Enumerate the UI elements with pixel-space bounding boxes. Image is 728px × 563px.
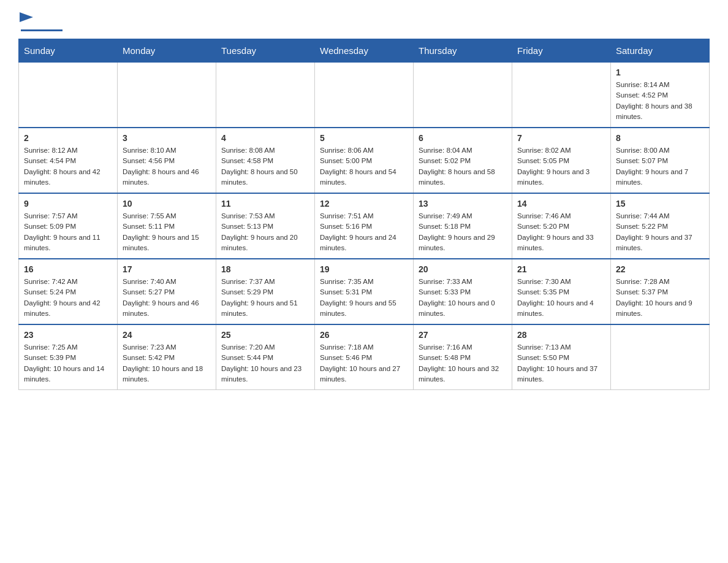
day-number: 21 [517, 264, 605, 274]
calendar-cell: 10Sunrise: 7:55 AM Sunset: 5:11 PM Dayli… [118, 193, 216, 259]
day-number: 19 [320, 264, 408, 274]
calendar-cell: 3Sunrise: 8:10 AM Sunset: 4:56 PM Daylig… [118, 128, 216, 193]
calendar-week-row: 2Sunrise: 8:12 AM Sunset: 4:54 PM Daylig… [19, 128, 710, 193]
day-info: Sunrise: 7:30 AM Sunset: 5:35 PM Dayligh… [517, 277, 605, 319]
day-info: Sunrise: 7:20 AM Sunset: 5:44 PM Dayligh… [221, 342, 309, 385]
day-number: 11 [221, 199, 309, 209]
day-number: 20 [419, 264, 507, 274]
day-info: Sunrise: 7:40 AM Sunset: 5:27 PM Dayligh… [123, 277, 211, 319]
weekday-header-monday: Monday [118, 39, 216, 63]
calendar-cell: 1Sunrise: 8:14 AM Sunset: 4:52 PM Daylig… [611, 63, 710, 128]
calendar-cell: 16Sunrise: 7:42 AM Sunset: 5:24 PM Dayli… [19, 259, 118, 324]
calendar-cell: 22Sunrise: 7:28 AM Sunset: 5:37 PM Dayli… [611, 259, 710, 324]
calendar-cell: 18Sunrise: 7:37 AM Sunset: 5:29 PM Dayli… [216, 259, 315, 324]
calendar-cell: 4Sunrise: 8:08 AM Sunset: 4:58 PM Daylig… [216, 128, 315, 193]
day-info: Sunrise: 8:10 AM Sunset: 4:56 PM Dayligh… [123, 145, 211, 188]
weekday-header-sunday: Sunday [19, 39, 118, 63]
day-info: Sunrise: 7:49 AM Sunset: 5:18 PM Dayligh… [419, 211, 507, 253]
day-number: 15 [616, 199, 704, 209]
day-number: 1 [616, 67, 704, 77]
calendar-cell [19, 63, 118, 128]
day-number: 23 [24, 330, 112, 340]
day-info: Sunrise: 7:23 AM Sunset: 5:42 PM Dayligh… [123, 342, 211, 385]
day-info: Sunrise: 8:06 AM Sunset: 5:00 PM Dayligh… [320, 145, 408, 188]
logo [18, 12, 63, 33]
weekday-header-wednesday: Wednesday [315, 39, 414, 63]
calendar-header-row: SundayMondayTuesdayWednesdayThursdayFrid… [19, 39, 710, 63]
day-number: 27 [419, 330, 507, 340]
calendar-cell [315, 63, 414, 128]
calendar-cell: 26Sunrise: 7:18 AM Sunset: 5:46 PM Dayli… [315, 324, 414, 390]
day-info: Sunrise: 7:44 AM Sunset: 5:22 PM Dayligh… [616, 211, 704, 253]
calendar-week-row: 9Sunrise: 7:57 AM Sunset: 5:09 PM Daylig… [19, 193, 710, 259]
calendar-cell: 23Sunrise: 7:25 AM Sunset: 5:39 PM Dayli… [19, 324, 118, 390]
weekday-header-thursday: Thursday [414, 39, 512, 63]
calendar-cell [611, 324, 710, 390]
day-info: Sunrise: 7:46 AM Sunset: 5:20 PM Dayligh… [517, 211, 605, 253]
calendar-cell [512, 63, 611, 128]
calendar-cell: 20Sunrise: 7:33 AM Sunset: 5:33 PM Dayli… [414, 259, 512, 324]
calendar-week-row: 1Sunrise: 8:14 AM Sunset: 4:52 PM Daylig… [19, 63, 710, 128]
day-info: Sunrise: 7:37 AM Sunset: 5:29 PM Dayligh… [221, 277, 309, 319]
calendar-cell: 28Sunrise: 7:13 AM Sunset: 5:50 PM Dayli… [512, 324, 611, 390]
page-header [18, 12, 710, 33]
day-number: 8 [616, 133, 704, 143]
day-number: 22 [616, 264, 704, 274]
calendar-cell [118, 63, 216, 128]
day-number: 7 [517, 133, 605, 143]
day-info: Sunrise: 7:57 AM Sunset: 5:09 PM Dayligh… [24, 211, 112, 253]
day-number: 14 [517, 199, 605, 209]
day-info: Sunrise: 7:55 AM Sunset: 5:11 PM Dayligh… [123, 211, 211, 253]
day-number: 12 [320, 199, 408, 209]
weekday-header-friday: Friday [512, 39, 611, 63]
calendar-cell: 12Sunrise: 7:51 AM Sunset: 5:16 PM Dayli… [315, 193, 414, 259]
day-number: 28 [517, 330, 605, 340]
calendar-cell: 17Sunrise: 7:40 AM Sunset: 5:27 PM Dayli… [118, 259, 216, 324]
calendar-cell: 9Sunrise: 7:57 AM Sunset: 5:09 PM Daylig… [19, 193, 118, 259]
calendar-cell: 24Sunrise: 7:23 AM Sunset: 5:42 PM Dayli… [118, 324, 216, 390]
day-number: 26 [320, 330, 408, 340]
calendar-cell: 25Sunrise: 7:20 AM Sunset: 5:44 PM Dayli… [216, 324, 315, 390]
calendar-cell [216, 63, 315, 128]
day-info: Sunrise: 8:02 AM Sunset: 5:05 PM Dayligh… [517, 145, 605, 188]
calendar-week-row: 16Sunrise: 7:42 AM Sunset: 5:24 PM Dayli… [19, 259, 710, 324]
day-info: Sunrise: 7:51 AM Sunset: 5:16 PM Dayligh… [320, 211, 408, 253]
day-number: 5 [320, 133, 408, 143]
day-number: 9 [24, 199, 112, 209]
day-info: Sunrise: 8:00 AM Sunset: 5:07 PM Dayligh… [616, 145, 704, 188]
day-info: Sunrise: 7:25 AM Sunset: 5:39 PM Dayligh… [24, 342, 112, 385]
day-info: Sunrise: 7:13 AM Sunset: 5:50 PM Dayligh… [517, 342, 605, 385]
calendar-cell: 11Sunrise: 7:53 AM Sunset: 5:13 PM Dayli… [216, 193, 315, 259]
day-number: 13 [419, 199, 507, 209]
day-info: Sunrise: 8:08 AM Sunset: 4:58 PM Dayligh… [221, 145, 309, 188]
day-number: 25 [221, 330, 309, 340]
day-number: 18 [221, 264, 309, 274]
day-info: Sunrise: 7:18 AM Sunset: 5:46 PM Dayligh… [320, 342, 408, 385]
day-number: 24 [123, 330, 211, 340]
day-info: Sunrise: 7:28 AM Sunset: 5:37 PM Dayligh… [616, 277, 704, 319]
calendar-cell: 14Sunrise: 7:46 AM Sunset: 5:20 PM Dayli… [512, 193, 611, 259]
svg-marker-0 [20, 12, 33, 22]
day-info: Sunrise: 7:42 AM Sunset: 5:24 PM Dayligh… [24, 277, 112, 319]
day-info: Sunrise: 7:53 AM Sunset: 5:13 PM Dayligh… [221, 211, 309, 253]
calendar-cell: 21Sunrise: 7:30 AM Sunset: 5:35 PM Dayli… [512, 259, 611, 324]
calendar-cell: 7Sunrise: 8:02 AM Sunset: 5:05 PM Daylig… [512, 128, 611, 193]
day-info: Sunrise: 7:35 AM Sunset: 5:31 PM Dayligh… [320, 277, 408, 319]
calendar-week-row: 23Sunrise: 7:25 AM Sunset: 5:39 PM Dayli… [19, 324, 710, 390]
calendar-cell [414, 63, 512, 128]
day-number: 17 [123, 264, 211, 274]
day-number: 3 [123, 133, 211, 143]
day-info: Sunrise: 7:33 AM Sunset: 5:33 PM Dayligh… [419, 277, 507, 319]
calendar-cell: 6Sunrise: 8:04 AM Sunset: 5:02 PM Daylig… [414, 128, 512, 193]
logo-flag-icon [20, 12, 33, 29]
calendar-cell: 13Sunrise: 7:49 AM Sunset: 5:18 PM Dayli… [414, 193, 512, 259]
calendar-cell: 2Sunrise: 8:12 AM Sunset: 4:54 PM Daylig… [19, 128, 118, 193]
calendar-cell: 5Sunrise: 8:06 AM Sunset: 5:00 PM Daylig… [315, 128, 414, 193]
day-number: 4 [221, 133, 309, 143]
day-number: 6 [419, 133, 507, 143]
calendar-table: SundayMondayTuesdayWednesdayThursdayFrid… [18, 39, 710, 390]
day-info: Sunrise: 8:12 AM Sunset: 4:54 PM Dayligh… [24, 145, 112, 188]
calendar-cell: 8Sunrise: 8:00 AM Sunset: 5:07 PM Daylig… [611, 128, 710, 193]
calendar-cell: 27Sunrise: 7:16 AM Sunset: 5:48 PM Dayli… [414, 324, 512, 390]
calendar-cell: 19Sunrise: 7:35 AM Sunset: 5:31 PM Dayli… [315, 259, 414, 324]
